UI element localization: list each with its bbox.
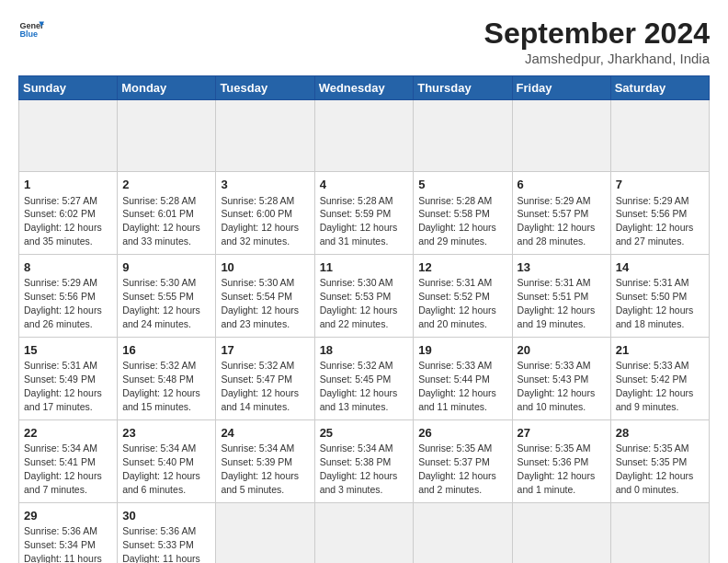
logo-icon: General Blue — [18, 17, 44, 42]
day-number: 2 — [122, 177, 210, 193]
calendar-cell — [118, 100, 216, 172]
logo: General Blue — [18, 17, 44, 42]
calendar-cell: 19 Sunrise: 5:33 AMSunset: 5:44 PMDaylig… — [414, 337, 512, 419]
calendar-cell: 22 Sunrise: 5:34 AMSunset: 5:41 PMDaylig… — [19, 419, 118, 502]
day-info: Sunrise: 5:34 AMSunset: 5:41 PMDaylight:… — [24, 442, 102, 495]
day-number: 26 — [418, 425, 506, 442]
day-info: Sunrise: 5:32 AMSunset: 5:47 PMDaylight:… — [221, 360, 299, 412]
calendar-cell: 2 Sunrise: 5:28 AMSunset: 6:01 PMDayligh… — [118, 172, 216, 255]
day-info: Sunrise: 5:35 AMSunset: 5:37 PMDaylight:… — [418, 442, 496, 495]
day-info: Sunrise: 5:34 AMSunset: 5:38 PMDaylight:… — [320, 442, 398, 495]
calendar-cell: 14 Sunrise: 5:31 AMSunset: 5:50 PMDaylig… — [610, 254, 709, 337]
day-number: 27 — [518, 425, 606, 442]
day-number: 22 — [24, 425, 112, 442]
day-number: 29 — [24, 508, 112, 524]
day-number: 18 — [320, 342, 409, 359]
calendar-cell — [512, 100, 610, 172]
day-info: Sunrise: 5:31 AMSunset: 5:49 PMDaylight:… — [24, 360, 102, 412]
day-info: Sunrise: 5:31 AMSunset: 5:51 PMDaylight:… — [518, 277, 596, 329]
day-number: 24 — [221, 425, 309, 442]
day-number: 25 — [320, 425, 409, 442]
calendar-cell: 18 Sunrise: 5:32 AMSunset: 5:45 PMDaylig… — [314, 337, 414, 419]
col-monday: Monday — [118, 76, 216, 100]
calendar-cell: 3 Sunrise: 5:28 AMSunset: 6:00 PMDayligh… — [216, 172, 314, 255]
day-info: Sunrise: 5:29 AMSunset: 5:56 PMDaylight:… — [616, 195, 694, 247]
day-number: 13 — [518, 259, 606, 276]
day-info: Sunrise: 5:30 AMSunset: 5:55 PMDaylight:… — [122, 277, 200, 329]
day-info: Sunrise: 5:30 AMSunset: 5:53 PMDaylight:… — [320, 277, 398, 329]
day-number: 3 — [221, 177, 309, 193]
calendar-cell: 15 Sunrise: 5:31 AMSunset: 5:49 PMDaylig… — [19, 337, 118, 419]
day-number: 17 — [221, 342, 309, 359]
col-sunday: Sunday — [19, 76, 118, 100]
calendar-cell: 5 Sunrise: 5:28 AMSunset: 5:58 PMDayligh… — [414, 172, 512, 255]
day-info: Sunrise: 5:29 AMSunset: 5:56 PMDaylight:… — [24, 277, 102, 329]
page: General Blue September 2024 Jamshedpur, … — [0, 0, 728, 563]
day-number: 30 — [122, 508, 210, 524]
day-number: 21 — [616, 342, 704, 359]
day-info: Sunrise: 5:36 AMSunset: 5:34 PMDaylight:… — [24, 525, 102, 563]
day-info: Sunrise: 5:33 AMSunset: 5:43 PMDaylight:… — [518, 360, 596, 412]
day-info: Sunrise: 5:36 AMSunset: 5:33 PMDaylight:… — [122, 525, 200, 563]
day-number: 4 — [320, 177, 409, 193]
day-info: Sunrise: 5:34 AMSunset: 5:40 PMDaylight:… — [122, 442, 200, 495]
day-info: Sunrise: 5:33 AMSunset: 5:42 PMDaylight:… — [616, 360, 694, 412]
day-number: 16 — [122, 342, 210, 359]
day-info: Sunrise: 5:28 AMSunset: 5:59 PMDaylight:… — [320, 195, 398, 247]
calendar-cell: 7 Sunrise: 5:29 AMSunset: 5:56 PMDayligh… — [610, 172, 709, 255]
calendar-cell: 26 Sunrise: 5:35 AMSunset: 5:37 PMDaylig… — [414, 419, 512, 502]
day-info: Sunrise: 5:28 AMSunset: 6:01 PMDaylight:… — [122, 195, 200, 247]
day-info: Sunrise: 5:35 AMSunset: 5:35 PMDaylight:… — [616, 442, 694, 495]
day-number: 7 — [616, 177, 704, 193]
calendar-cell: 1 Sunrise: 5:27 AMSunset: 6:02 PMDayligh… — [19, 172, 118, 255]
day-info: Sunrise: 5:31 AMSunset: 5:52 PMDaylight:… — [418, 277, 496, 329]
calendar-cell — [314, 502, 414, 563]
day-number: 8 — [24, 259, 112, 276]
calendar-cell: 23 Sunrise: 5:34 AMSunset: 5:40 PMDaylig… — [118, 419, 216, 502]
calendar: Sunday Monday Tuesday Wednesday Thursday… — [18, 75, 710, 563]
calendar-cell: 13 Sunrise: 5:31 AMSunset: 5:51 PMDaylig… — [512, 254, 610, 337]
day-info: Sunrise: 5:34 AMSunset: 5:39 PMDaylight:… — [221, 442, 299, 495]
calendar-cell — [414, 502, 512, 563]
calendar-cell — [512, 502, 610, 563]
calendar-cell: 17 Sunrise: 5:32 AMSunset: 5:47 PMDaylig… — [216, 337, 314, 419]
day-info: Sunrise: 5:32 AMSunset: 5:48 PMDaylight:… — [122, 360, 200, 412]
calendar-cell — [610, 100, 709, 172]
calendar-cell: 4 Sunrise: 5:28 AMSunset: 5:59 PMDayligh… — [314, 172, 414, 255]
header: General Blue September 2024 Jamshedpur, … — [18, 17, 710, 66]
calendar-cell: 28 Sunrise: 5:35 AMSunset: 5:35 PMDaylig… — [610, 419, 709, 502]
day-number: 5 — [418, 177, 506, 193]
col-friday: Friday — [512, 76, 610, 100]
day-info: Sunrise: 5:33 AMSunset: 5:44 PMDaylight:… — [418, 360, 496, 412]
calendar-cell: 6 Sunrise: 5:29 AMSunset: 5:57 PMDayligh… — [512, 172, 610, 255]
day-number: 11 — [320, 259, 409, 276]
calendar-header-row: Sunday Monday Tuesday Wednesday Thursday… — [19, 76, 710, 100]
calendar-cell: 11 Sunrise: 5:30 AMSunset: 5:53 PMDaylig… — [314, 254, 414, 337]
main-title: September 2024 — [484, 17, 710, 51]
title-area: September 2024 Jamshedpur, Jharkhand, In… — [484, 17, 710, 66]
day-number: 6 — [518, 177, 606, 193]
calendar-cell — [414, 100, 512, 172]
day-number: 1 — [24, 177, 112, 193]
day-number: 28 — [616, 425, 704, 442]
day-number: 14 — [616, 259, 704, 276]
col-thursday: Thursday — [414, 76, 512, 100]
day-number: 9 — [122, 259, 210, 276]
calendar-cell: 9 Sunrise: 5:30 AMSunset: 5:55 PMDayligh… — [118, 254, 216, 337]
calendar-cell — [314, 100, 414, 172]
calendar-cell: 27 Sunrise: 5:35 AMSunset: 5:36 PMDaylig… — [512, 419, 610, 502]
calendar-cell: 25 Sunrise: 5:34 AMSunset: 5:38 PMDaylig… — [314, 419, 414, 502]
calendar-cell: 29 Sunrise: 5:36 AMSunset: 5:34 PMDaylig… — [19, 502, 118, 563]
day-number: 20 — [518, 342, 606, 359]
day-info: Sunrise: 5:32 AMSunset: 5:45 PMDaylight:… — [320, 360, 398, 412]
calendar-cell: 20 Sunrise: 5:33 AMSunset: 5:43 PMDaylig… — [512, 337, 610, 419]
calendar-cell — [19, 100, 118, 172]
day-number: 19 — [418, 342, 506, 359]
col-saturday: Saturday — [610, 76, 709, 100]
day-info: Sunrise: 5:28 AMSunset: 6:00 PMDaylight:… — [221, 195, 299, 247]
day-number: 12 — [418, 259, 506, 276]
calendar-cell — [216, 100, 314, 172]
calendar-cell — [216, 502, 314, 563]
day-number: 23 — [122, 425, 210, 442]
day-number: 10 — [221, 259, 309, 276]
